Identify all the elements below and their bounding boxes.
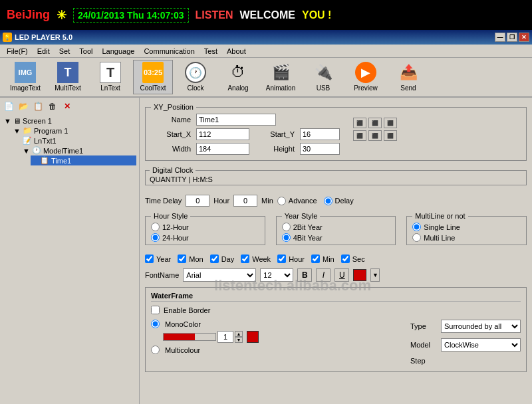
year-checkbox[interactable] bbox=[145, 254, 154, 263]
monocolor-radio[interactable] bbox=[151, 320, 160, 328]
sec-checkbox[interactable] bbox=[341, 254, 350, 263]
tool-lntext[interactable]: T LnText bbox=[90, 60, 130, 94]
tree-screen[interactable]: ▼ 🖥 Screen 1 bbox=[3, 116, 136, 126]
multicolour-radio[interactable] bbox=[151, 346, 160, 354]
menu-edit[interactable]: Edit bbox=[33, 46, 54, 56]
menu-test[interactable]: Test bbox=[200, 46, 221, 56]
menu-language[interactable]: Language bbox=[98, 46, 138, 56]
tree-lntxt[interactable]: 📝 LnTxt1 bbox=[21, 136, 136, 146]
type-row: Type Surrounded by all bbox=[410, 320, 521, 333]
hour-24-radio[interactable] bbox=[151, 233, 160, 242]
mon-checkbox[interactable] bbox=[178, 254, 186, 263]
year-2bit-label[interactable]: 2Bit Year bbox=[282, 223, 390, 231]
resize-topleft[interactable]: ⬛ bbox=[353, 118, 366, 128]
tool-analog[interactable]: ⏱ Analog bbox=[218, 60, 258, 94]
font-select[interactable]: Arial bbox=[183, 268, 256, 282]
year-check-label[interactable]: Year bbox=[145, 254, 171, 263]
menu-tool[interactable]: Tool bbox=[75, 46, 96, 56]
hour-24-label[interactable]: 24-Hour bbox=[151, 233, 259, 242]
restore-button[interactable]: ❐ bbox=[507, 33, 517, 42]
underline-button[interactable]: U bbox=[334, 268, 349, 282]
width-input[interactable] bbox=[196, 143, 249, 155]
hour-check-label[interactable]: Hour bbox=[277, 254, 305, 263]
tool-animation[interactable]: 🎬 Animation bbox=[261, 60, 301, 94]
model-select[interactable]: ClockWise bbox=[441, 338, 521, 352]
time-delay-input[interactable] bbox=[186, 195, 209, 207]
minimize-button[interactable]: — bbox=[495, 33, 505, 42]
resize-topcenter[interactable]: ⬛ bbox=[368, 118, 382, 128]
delay-option[interactable]: Delay bbox=[324, 197, 354, 205]
slider-up[interactable]: ▲ bbox=[235, 331, 243, 337]
slider-track[interactable] bbox=[163, 333, 216, 341]
multi-line-label[interactable]: Multi Line bbox=[412, 233, 521, 242]
starty-input[interactable] bbox=[300, 128, 340, 140]
slider-down[interactable]: ▼ bbox=[235, 337, 243, 343]
height-input[interactable] bbox=[300, 143, 340, 155]
open-btn[interactable]: 📂 bbox=[17, 100, 29, 112]
tree-modeltime[interactable]: ▼ 🕐 ModelTime1 bbox=[21, 146, 136, 155]
min-label: Min bbox=[261, 197, 273, 205]
min-check-label[interactable]: Min bbox=[311, 254, 334, 263]
year-4bit-label[interactable]: 4Bit Year bbox=[282, 233, 390, 242]
copy-btn[interactable]: 📋 bbox=[32, 100, 44, 112]
tree-program[interactable]: ▼ 📁 Program 1 bbox=[12, 126, 136, 136]
usb-icon: 🔌 bbox=[313, 62, 334, 83]
year-4bit-radio[interactable] bbox=[282, 233, 291, 242]
hour-checkbox[interactable] bbox=[277, 254, 286, 263]
tool-multitext[interactable]: T MultiText bbox=[48, 60, 88, 94]
tool-preview[interactable]: ▶ Preview bbox=[346, 60, 386, 94]
startx-input[interactable] bbox=[196, 128, 249, 140]
min-checkbox[interactable] bbox=[311, 254, 320, 263]
week-checkbox[interactable] bbox=[241, 254, 249, 263]
year-2bit-radio[interactable] bbox=[282, 223, 291, 231]
color-dropdown-arrow[interactable]: ▼ bbox=[370, 268, 380, 282]
mono-color-swatch[interactable] bbox=[247, 331, 259, 343]
slider-value[interactable] bbox=[217, 331, 233, 343]
multiline-legend: MultiLine or not bbox=[412, 212, 467, 220]
single-line-radio[interactable] bbox=[412, 223, 421, 231]
single-line-label[interactable]: Single Line bbox=[412, 223, 521, 231]
day-check-label[interactable]: Day bbox=[210, 254, 235, 263]
tool-cooltext[interactable]: 03:25 CoolText bbox=[133, 60, 173, 94]
close-button[interactable]: ✕ bbox=[519, 33, 529, 42]
enable-border-checkbox[interactable] bbox=[151, 306, 160, 314]
tool-send[interactable]: 📤 Send bbox=[388, 60, 428, 94]
multi-line-radio[interactable] bbox=[412, 233, 421, 242]
type-select[interactable]: Surrounded by all bbox=[441, 320, 521, 333]
new-file-btn[interactable]: 📄 bbox=[3, 100, 15, 112]
font-size-select[interactable]: 12 bbox=[260, 268, 293, 282]
day-checkbox[interactable] bbox=[210, 254, 219, 263]
menu-file[interactable]: File(F) bbox=[3, 46, 32, 56]
font-color-picker[interactable] bbox=[353, 269, 366, 281]
menu-about[interactable]: About bbox=[223, 46, 250, 56]
week-check-label[interactable]: Week bbox=[241, 254, 271, 263]
tool-imagetext[interactable]: IMG ImageText bbox=[5, 60, 45, 94]
clock-tree-icon: 🕐 bbox=[32, 146, 41, 155]
sec-check-label[interactable]: Sec bbox=[341, 254, 365, 263]
resize-bottomright[interactable]: ⬛ bbox=[384, 130, 397, 141]
menu-communication[interactable]: Communication bbox=[140, 46, 198, 56]
hour-12-radio[interactable] bbox=[151, 223, 160, 231]
delete-btn[interactable]: 🗑 bbox=[47, 100, 59, 112]
title-bar-left: 💡 LED PLAYER 5.0 bbox=[3, 33, 72, 42]
advance-radio[interactable] bbox=[277, 197, 286, 205]
tool-usb[interactable]: 🔌 USB bbox=[303, 60, 343, 94]
enable-border-label[interactable]: Enable Border bbox=[151, 306, 521, 314]
name-input[interactable] bbox=[196, 114, 276, 126]
resize-topright[interactable]: ⬛ bbox=[384, 118, 397, 128]
italic-button[interactable]: I bbox=[316, 268, 331, 282]
close-btn[interactable]: ✕ bbox=[61, 100, 73, 112]
advance-option[interactable]: Advance bbox=[277, 197, 317, 205]
delay-radio[interactable] bbox=[324, 197, 332, 205]
tree-time[interactable]: 📋 Time1 bbox=[31, 155, 136, 165]
mon-check-label[interactable]: Mon bbox=[178, 254, 203, 263]
menu-set[interactable]: Set bbox=[55, 46, 74, 56]
hour-12-label[interactable]: 12-Hour bbox=[151, 223, 259, 231]
bold-button[interactable]: B bbox=[297, 268, 312, 282]
lntxt-label: LnTxt1 bbox=[34, 137, 57, 145]
resize-bottomleft[interactable]: ⬛ bbox=[353, 130, 366, 141]
resize-bottomcenter[interactable]: ⬛ bbox=[368, 130, 382, 141]
time-icon: 📋 bbox=[40, 156, 49, 165]
tool-clock[interactable]: 🕐 Clock bbox=[176, 60, 215, 94]
min-input[interactable] bbox=[233, 195, 257, 207]
